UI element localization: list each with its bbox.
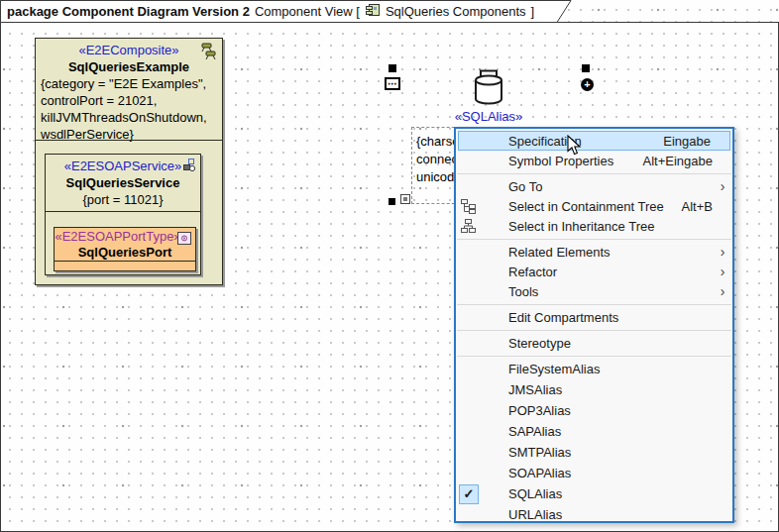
menu-item-go-to[interactable]: Go To › (456, 176, 732, 196)
menu-item-filesystemalias[interactable]: FileSystemAlias (456, 359, 732, 379)
port-type-name: SqlQueriesPort (55, 245, 195, 261)
menu-item-label: Stereotype (508, 336, 571, 351)
menu-item-label: Edit Compartments (508, 310, 618, 325)
menu-item-pop3alias[interactable]: POP3Alias (456, 400, 732, 421)
composite-properties-text: {category = "E2E Examples", controlPort … (36, 75, 222, 143)
composite-stereotype-label: «E2EComposite» (36, 42, 222, 58)
menu-item-edit-compartments[interactable]: Edit Compartments (456, 307, 732, 327)
menu-separator (457, 330, 731, 331)
port-type-component[interactable]: «E2ESOAPPortType» SqlQueriesPort (54, 227, 196, 271)
diagram-canvas[interactable]: package Component Diagram Version 2 Comp… (0, 0, 779, 532)
soap-service-component[interactable]: «E2ESOAPService» SqlQueriesService {port… (45, 154, 201, 275)
menu-item-shortcut: Alt+B (682, 199, 715, 214)
menu-item-label: URLAlias (508, 507, 562, 522)
service-name: SqlQueriesService (46, 174, 200, 191)
containment-tree-icon (460, 198, 508, 214)
service-stereotype-label: «E2ESOAPService» (46, 158, 200, 174)
port-type-icon (177, 231, 191, 249)
menu-item-symbol-properties[interactable]: Symbol Properties Alt+Eingabe (456, 151, 732, 170)
submenu-arrow-icon: › (715, 265, 730, 278)
submenu-arrow-icon: › (715, 284, 730, 298)
selection-handle[interactable] (389, 64, 396, 72)
menu-item-smtpalias[interactable]: SMTPAlias (456, 442, 732, 463)
menu-item-label: JMSAlias (508, 382, 562, 397)
ellipsis-icon: ⋯ (388, 79, 397, 89)
tab-view-label: Component View [ (255, 4, 360, 19)
menu-item-refactor[interactable]: Refactor › (456, 262, 732, 281)
database-icon[interactable] (472, 69, 505, 109)
menu-item-label: Related Elements (508, 245, 611, 260)
composite-name: SqlQueriesExample (36, 58, 222, 75)
menu-item-specification[interactable]: Specification Eingabe (458, 131, 730, 151)
diagram-frame-left-border (0, 0, 1, 532)
menu-separator (457, 356, 731, 357)
tab-diagram-name: SqlQueries Components (386, 4, 526, 19)
port-type-stereotype-label: «E2ESOAPPortType» (55, 229, 195, 245)
expand-icon[interactable] (400, 194, 410, 204)
checkmark-icon: ✓ (459, 484, 479, 504)
port-plus-icon[interactable]: + (581, 78, 594, 91)
menu-item-label: POP3Alias (508, 403, 571, 418)
menu-item-sapalias[interactable]: SAPAlias (456, 421, 732, 442)
service-properties-text: {port = 11021} (46, 191, 200, 208)
selection-handle[interactable] (389, 198, 395, 205)
menu-item-label: Symbol Properties (508, 154, 613, 168)
diagram-frame-tab[interactable]: package Component Diagram Version 2 Comp… (0, 0, 575, 24)
submenu-arrow-icon: › (715, 245, 730, 259)
menu-separator (457, 304, 731, 305)
menu-item-label: Refactor (508, 265, 557, 279)
menu-item-sqlalias[interactable]: ✓ SQLAlias (456, 483, 732, 504)
composite-icon (196, 42, 218, 65)
menu-item-label: Select in Containment Tree (508, 199, 664, 214)
menu-separator (457, 239, 731, 240)
menu-item-label: SMTPAlias (508, 445, 571, 460)
menu-item-label: SOAPAlias (508, 466, 571, 480)
menu-item-urlalias[interactable]: URLAlias (456, 504, 732, 523)
menu-item-shortcut: Alt+Eingabe (643, 154, 715, 168)
menu-item-jmsalias[interactable]: JMSAlias (456, 379, 732, 400)
menu-item-label: SAPAlias (508, 424, 561, 439)
menu-item-select-in-inheritance-tree[interactable]: Select in Inheritance Tree (456, 216, 732, 236)
menu-item-related-elements[interactable]: Related Elements › (456, 242, 732, 262)
collapsed-element[interactable]: ⋯ (385, 77, 400, 90)
mouse-cursor-icon (567, 135, 582, 160)
context-menu: Specification Eingabe Symbol Properties … (454, 127, 734, 523)
menu-item-label: Tools (508, 284, 538, 299)
tab-package-title: package Component Diagram Version 2 (7, 4, 250, 19)
menu-item-tools[interactable]: Tools › (456, 281, 732, 301)
sqlalias-stereotype-label[interactable]: «SQLAlias» (434, 109, 543, 124)
submenu-arrow-icon: › (715, 179, 730, 193)
menu-item-label: FileSystemAlias (508, 362, 600, 376)
service-icon (181, 158, 196, 176)
menu-item-stereotype[interactable]: Stereotype (456, 333, 732, 353)
selection-handle[interactable] (582, 64, 590, 72)
tab-close-bracket: ] (531, 4, 535, 19)
menu-item-soapalias[interactable]: SOAPAlias (456, 463, 732, 483)
inheritance-tree-icon (460, 218, 508, 234)
menu-separator (457, 173, 731, 174)
menu-item-select-in-containment-tree[interactable]: Select in Containment Tree Alt+B (456, 196, 732, 216)
menu-item-label: Go To (508, 179, 542, 194)
composite-component[interactable]: «E2EComposite» SqlQueriesExample {catego… (35, 38, 223, 285)
menu-item-label: Select in Inheritance Tree (508, 219, 654, 234)
component-diagram-icon (365, 2, 381, 21)
menu-item-shortcut: Eingabe (663, 134, 713, 149)
menu-item-label: SQLAlias (508, 486, 562, 501)
